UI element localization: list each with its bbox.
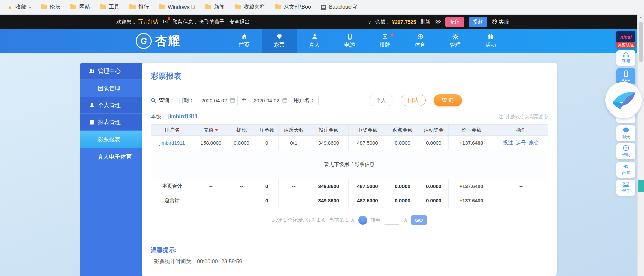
bookmark-item[interactable]: Windows Li bbox=[159, 4, 195, 10]
nav-item-egame[interactable]: 电游 bbox=[332, 29, 367, 53]
browser-scrollbar[interactable] bbox=[637, 14, 644, 276]
nav-label: 真人 bbox=[309, 42, 320, 49]
scroll-up-arrow-icon[interactable] bbox=[638, 14, 644, 20]
nav-item-lottery[interactable]: 彩票 bbox=[262, 29, 297, 53]
bookmark-label: 收藏 bbox=[15, 4, 26, 11]
chevron-down-icon bbox=[29, 4, 31, 10]
headset-icon bbox=[492, 19, 497, 25]
divider bbox=[142, 237, 557, 237]
withdraw-button[interactable]: 提款 bbox=[469, 17, 487, 27]
eye-icon[interactable] bbox=[435, 19, 441, 25]
panel-label: 背景 bbox=[622, 188, 630, 194]
scrollbar-thumb[interactable] bbox=[639, 22, 643, 62]
sidebar-item-report-manage[interactable]: 报表管理 bbox=[80, 114, 142, 131]
col-recharge-sortable[interactable]: 充值 bbox=[194, 125, 228, 136]
username: 五万红钻 bbox=[138, 19, 158, 25]
mail-icon[interactable] bbox=[163, 18, 168, 26]
panel-help-button[interactable]: ? 帮助 bbox=[616, 143, 635, 159]
total-cell: -- bbox=[279, 193, 309, 208]
folder-icon bbox=[70, 5, 76, 9]
service-label: 客服 bbox=[499, 19, 509, 25]
personal-button[interactable]: 个人 bbox=[369, 95, 393, 106]
recharge-button[interactable]: 充值 bbox=[445, 17, 464, 27]
page-background: 管理中心 团队管理 个人管理 报表管理 彩票报表 真人电子体育 彩票报表 查询： bbox=[0, 53, 644, 276]
brand-logo[interactable]: G 杏耀 bbox=[136, 29, 181, 53]
level-user-link[interactable]: jimbird1911 bbox=[168, 113, 198, 119]
nav-label: 首页 bbox=[239, 42, 250, 49]
page-total-row: 本页合计 -- -- 0 -- 349.8600 487.5000 0.0000… bbox=[151, 179, 548, 193]
nav-item-activity[interactable]: 活动 bbox=[473, 29, 508, 53]
sidebar-label: 报表管理 bbox=[98, 118, 121, 126]
cert-brand: nicai bbox=[616, 31, 635, 42]
mascot-bird-icon[interactable] bbox=[605, 82, 642, 118]
brand-emblem-icon: G bbox=[136, 33, 152, 49]
date-to-input[interactable] bbox=[250, 95, 290, 106]
nav-item-manage[interactable]: 管理 bbox=[438, 29, 473, 53]
chase-link[interactable]: 追号 bbox=[516, 140, 526, 145]
bookmark-item[interactable]: 工具 bbox=[100, 4, 119, 11]
empty-row: 暂无下级用户彩票信息 bbox=[151, 150, 548, 179]
total-cell: 349.8600 bbox=[309, 193, 348, 208]
empty-message: 暂无下级用户彩票信息 bbox=[151, 150, 548, 179]
date-label: 日期： bbox=[178, 97, 194, 104]
bookmark-favorites[interactable]: 收藏 bbox=[7, 4, 31, 11]
bookmark-item[interactable]: 新闻 bbox=[205, 4, 225, 11]
level-label: 本级： bbox=[151, 113, 167, 119]
user-link[interactable]: jimbird1911 bbox=[159, 140, 185, 146]
sidebar-item-live-esport[interactable]: 真人电子体育 bbox=[80, 148, 142, 166]
panel-service-button[interactable]: 客服 bbox=[616, 50, 635, 66]
report-card: 彩票报表 查询： 日期： 至 用户名： 个人 bbox=[142, 63, 557, 276]
bookmark-item[interactable]: 银行 bbox=[129, 4, 149, 11]
customer-service-link[interactable]: 客服 bbox=[492, 19, 509, 25]
nav-item-chess[interactable]: 棋牌 bbox=[367, 29, 402, 53]
page-title: 彩票报表 bbox=[151, 63, 548, 81]
total-cell: 0.0000 bbox=[386, 179, 419, 193]
nav-item-live-casino[interactable]: 真人 bbox=[297, 29, 332, 53]
goto-page-input[interactable] bbox=[384, 216, 399, 225]
cell-profit: +137.6400 bbox=[448, 136, 494, 150]
user-icon bbox=[89, 102, 95, 108]
nav-label: 彩票 bbox=[274, 42, 285, 49]
panel-background-button[interactable]: 背景 bbox=[616, 180, 635, 196]
chevron-down-icon[interactable] bbox=[368, 19, 371, 25]
prize-cert-badge[interactable]: nicai 奖源认证 bbox=[616, 31, 635, 48]
col-bet-amount: 投注金额 bbox=[309, 125, 348, 136]
cell-active-days: 0/1 bbox=[279, 136, 309, 150]
panel-chat-button[interactable]: 聊天 bbox=[616, 125, 635, 141]
total-cell: 487.5000 bbox=[348, 179, 386, 193]
query-label: 查询： bbox=[151, 97, 175, 104]
logout-link[interactable]: 安全退出 bbox=[229, 19, 250, 25]
panel-sound-button[interactable]: 声音 bbox=[616, 162, 635, 178]
current-page-button[interactable]: 1 bbox=[358, 216, 367, 225]
sidebar-item-manage-center[interactable]: 管理中心 bbox=[80, 63, 142, 80]
nav-item-sports[interactable]: 体育 bbox=[402, 29, 438, 53]
team-button[interactable]: 团队 bbox=[401, 95, 426, 106]
go-button[interactable]: GO bbox=[411, 215, 427, 225]
username-input[interactable] bbox=[318, 95, 357, 106]
sidebar-item-personal-manage[interactable]: 个人管理 bbox=[80, 97, 142, 114]
team-icon bbox=[89, 68, 95, 74]
bet-detail-link[interactable]: 投注 bbox=[503, 140, 513, 145]
sidebar-item-team-manage[interactable]: 团队管理 bbox=[80, 80, 142, 97]
sidebar-item-lottery-report[interactable]: 彩票报表 bbox=[80, 131, 142, 148]
sidebar-label: 管理中心 bbox=[98, 67, 121, 75]
activity-icon bbox=[487, 33, 494, 40]
bookmark-item[interactable]: 收藏夹栏 bbox=[235, 4, 265, 11]
panel-label: 帮助 bbox=[622, 152, 630, 158]
grand-total-row: 总合计 -- -- 0 -- 349.8600 487.5000 0.0000 … bbox=[151, 193, 548, 208]
search-button[interactable]: 查 询 bbox=[434, 94, 462, 106]
cell-recharge: 158.0000 bbox=[194, 136, 228, 150]
col-active-days: 活跃天数 bbox=[279, 125, 309, 136]
bookmark-item[interactable]: 从文件\Boo bbox=[275, 4, 311, 11]
bookmark-item[interactable]: 网站 bbox=[70, 4, 90, 11]
bookmark-item-baacloud[interactable]: Baacloud官 bbox=[321, 4, 357, 11]
help-icon: ? bbox=[623, 145, 629, 151]
bookmark-item[interactable]: 论坛 bbox=[41, 4, 60, 11]
refresh-link[interactable]: 刷新 bbox=[420, 19, 430, 25]
nav-item-home[interactable]: 首页 bbox=[226, 29, 262, 53]
date-from-input[interactable] bbox=[198, 95, 238, 106]
account-change-link[interactable]: 账变 bbox=[529, 140, 539, 145]
total-cell: -- bbox=[494, 193, 548, 208]
total-cell: -- bbox=[279, 179, 309, 193]
home-icon bbox=[241, 33, 248, 40]
